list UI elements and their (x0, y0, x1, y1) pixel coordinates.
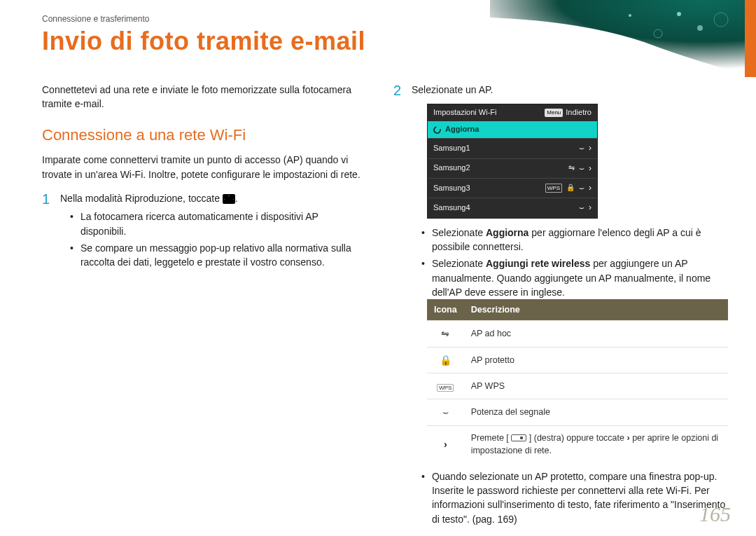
table-row: › Premete [ ] (destra) oppure toccate › … (427, 425, 728, 462)
page-title: Invio di foto tramite e-mail (42, 27, 365, 56)
wifi-signal-icon: ⌣ (427, 399, 464, 425)
wps-icon: WPS (427, 373, 464, 399)
dpad-right-icon (511, 434, 526, 441)
chevron-right-icon: › (427, 425, 464, 462)
svg-point-0 (677, 12, 681, 16)
wifi-row-3[interactable]: Samsung3 WPS 🔒 ⌣ › (428, 178, 597, 198)
menu-chip: Menu (545, 109, 563, 117)
intro-text: Connettetevi ad una rete e inviate le fo… (42, 83, 365, 111)
wifi-row-2[interactable]: Samsung2 ⇋ ⌣ › (428, 158, 597, 178)
chevron-right-icon: › (589, 202, 592, 214)
content-columns: Connettetevi ad una rete e inviate le fo… (42, 83, 728, 522)
wifi-refresh-label: Aggiorna (445, 124, 479, 135)
table-header-row: Icona Descrizione (427, 299, 728, 321)
page: Connessione e trasferimento Invio di fot… (0, 0, 756, 536)
left-column: Connettetevi ad una rete e inviate le fo… (42, 83, 365, 522)
mail-icon (223, 194, 235, 204)
adhoc-icon: ⇋ (568, 163, 575, 174)
wifi-signal-icon: ⌣ (579, 182, 584, 194)
wifi-signal-icon: ⌣ (579, 142, 584, 154)
cell-desc: AP protetto (464, 347, 728, 373)
th-desc: Descrizione (464, 299, 728, 321)
wifi-row-1[interactable]: Samsung1 ⌣ › (428, 138, 597, 158)
cell-desc: AP WPS (464, 373, 728, 399)
step-number-1: 1 (42, 191, 52, 269)
wifi-back-button[interactable]: Menu Indietro (545, 107, 592, 118)
wifi-signal-icon: ⌣ (579, 202, 584, 214)
chevron-right-icon: › (589, 182, 592, 194)
step-1-text-b: . (235, 193, 238, 204)
th-icon: Icona (427, 299, 464, 321)
icon-description-table: Icona Descrizione ⇋ AP ad hoc 🔒 AP prote… (427, 299, 728, 462)
cell-desc: AP ad hoc (464, 321, 728, 347)
cell-desc: Potenza del segnale (464, 399, 728, 425)
corner-swirl (490, 0, 756, 77)
wifi-signal-icon: ⌣ (579, 163, 584, 174)
svg-point-4 (629, 14, 631, 17)
step2-bullet-3: Quando selezionate un AP protetto, compa… (412, 469, 728, 526)
adhoc-icon: ⇋ (427, 321, 464, 347)
decorative-corner (490, 0, 756, 77)
lock-icon: 🔒 (427, 347, 464, 373)
step-1: 1 Nella modalità Riproduzione, toccate .… (42, 191, 365, 269)
step1-bullet-2: Se compare un messaggio pop-up relativo … (60, 241, 365, 270)
chevron-right-icon: › (589, 142, 592, 154)
wifi-ssid-3: Samsung3 (433, 183, 470, 194)
wifi-row-4[interactable]: Samsung4 ⌣ › (428, 198, 597, 217)
wifi-settings-panel: Impostazioni Wi-Fi Menu Indietro Aggiorn… (427, 104, 598, 218)
step-2: 2 Selezionate un AP. Impostazioni Wi-Fi … (393, 83, 728, 526)
table-row: 🔒 AP protetto (427, 347, 728, 373)
wifi-panel-title: Impostazioni Wi-Fi (433, 107, 496, 118)
step2-bullet-1: Selezionate Aggiorna per aggiornare l'el… (412, 226, 728, 254)
step2-bullet-2: Selezionate Aggiungi rete wireless per a… (412, 256, 728, 299)
refresh-icon (432, 125, 442, 135)
page-number: 165 (699, 502, 731, 526)
wifi-refresh-row[interactable]: Aggiorna (428, 121, 597, 138)
wps-icon: WPS (545, 184, 562, 193)
section-intro: Imparate come connettervi tramite un pun… (42, 153, 365, 181)
table-row: ⌣ Potenza del segnale (427, 399, 728, 425)
svg-point-1 (697, 25, 703, 31)
step-1-text-a: Nella modalità Riproduzione, toccate (60, 193, 223, 204)
step1-bullet-1: La fotocamera ricerca automaticamente i … (60, 209, 365, 238)
wifi-panel-header: Impostazioni Wi-Fi Menu Indietro (428, 104, 597, 121)
wifi-back-label: Indietro (566, 107, 592, 118)
right-column: 2 Selezionate un AP. Impostazioni Wi-Fi … (393, 83, 728, 522)
accent-bar (745, 0, 756, 77)
wifi-ssid-4: Samsung4 (433, 202, 470, 214)
chevron-right-icon: › (589, 163, 592, 174)
table-row: WPS AP WPS (427, 373, 728, 399)
svg-point-3 (714, 13, 728, 27)
table-row: ⇋ AP ad hoc (427, 321, 728, 347)
step-2-text: Selezionate un AP. (412, 84, 493, 95)
wifi-ssid-1: Samsung1 (433, 143, 470, 154)
step-number-2: 2 (393, 83, 403, 526)
chevron-right-icon: › (626, 432, 629, 444)
lock-icon: 🔒 (566, 183, 575, 193)
cell-desc: Premete [ ] (destra) oppure toccate › pe… (464, 425, 728, 462)
svg-point-2 (654, 29, 662, 38)
wifi-ssid-2: Samsung2 (433, 163, 470, 174)
breadcrumb: Connessione e trasferimento (42, 14, 149, 24)
section-heading-wifi: Connessione a una rete Wi-Fi (42, 124, 365, 146)
